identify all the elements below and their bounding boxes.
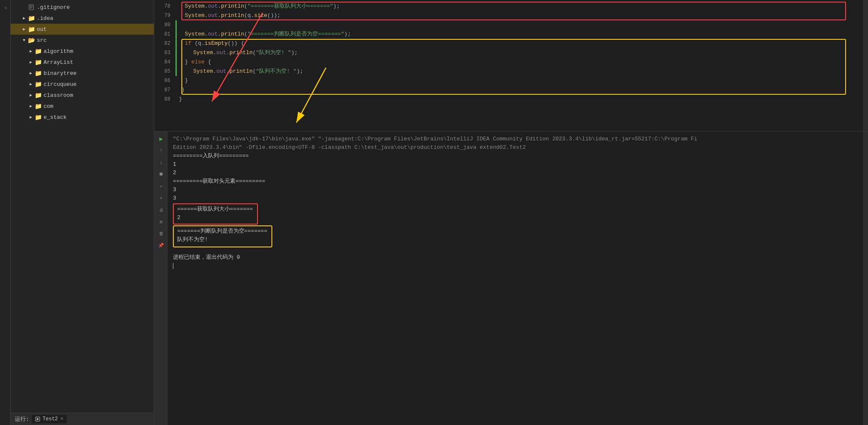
run-output-panel: ▶ ↑ ↓ ■ ↩ ⬇ 🖨 ⊞ 🗑 📌 "C:\Program Files\Ja…: [154, 131, 868, 425]
arrow-binarytree: ▶: [27, 70, 34, 77]
code-line-87: }: [178, 85, 863, 95]
output-size-value: 2: [177, 214, 253, 222]
run-pin-button[interactable]: 📌: [156, 241, 166, 250]
tree-item-arraylist[interactable]: ▶ 📁 ArrayList: [11, 57, 154, 68]
line-78: 78: [154, 2, 170, 11]
output-size-label: ======获取队列大小=======: [177, 205, 253, 214]
red-output-box: ======获取队列大小======= 2: [173, 203, 258, 225]
run-tab-close[interactable]: ×: [60, 416, 63, 422]
tree-item-binarytree[interactable]: ▶ 📁 binarytree: [11, 68, 154, 79]
output-val2: 2: [173, 169, 858, 177]
output-cursor-line: [173, 262, 858, 270]
code-content: System.out.println("=======获取队列大小=======…: [178, 0, 863, 131]
code-line-84: } else {: [178, 58, 863, 67]
output-enqueue: =========入队列=========: [173, 152, 858, 160]
out-label: out: [37, 26, 47, 33]
arrow-circuqueue: ▶: [27, 81, 34, 88]
run-layout-button[interactable]: ⊞: [156, 217, 166, 226]
command-text2: Edition 2023.3.4\bin" -Dfile.encoding=UT…: [173, 143, 526, 152]
line-85: 85: [154, 67, 170, 76]
output-empty-value: 队列不为空!: [177, 236, 267, 244]
run-scroll-down-button[interactable]: ↓: [156, 158, 166, 167]
code-line-80: [178, 20, 863, 30]
cursor: [173, 263, 173, 269]
exit-text: 进程已结束，退出代码为 0: [173, 253, 240, 262]
run-wrap-button[interactable]: ↩: [156, 181, 166, 191]
val3-text: 3: [173, 186, 176, 194]
classroom-label: classroom: [44, 92, 73, 99]
output-val3: 3: [173, 186, 858, 194]
main-content-area: 78 79 80 81 82 83 84 85 86 87 88: [154, 0, 868, 425]
folder-icon-circuqueue: 📁: [34, 80, 42, 88]
output-command-line2: Edition 2023.3.4\bin" -Dfile.encoding=UT…: [173, 143, 858, 152]
arrow-estack: ▶: [27, 114, 34, 121]
arrow-out: ▶: [21, 26, 27, 33]
code-editor: 78 79 80 81 82 83 84 85 86 87 88: [154, 0, 868, 131]
run-trash-button[interactable]: 🗑: [156, 229, 166, 238]
enqueue-text: =========入队列=========: [173, 152, 249, 160]
tree-item-out[interactable]: ▶ 📁 out: [11, 24, 154, 35]
code-line-78: System.out.println("=======获取队列大小=======…: [178, 2, 863, 11]
tree-item-com[interactable]: ▶ 📁 com: [11, 101, 154, 112]
get-head-text: =========获取对头元素=========: [173, 177, 265, 186]
output-scrollbar[interactable]: [863, 132, 868, 425]
folder-icon-com: 📁: [34, 102, 42, 110]
binarytree-label: binarytree: [44, 70, 77, 77]
run-play-button[interactable]: ▶: [156, 134, 166, 143]
line-number-gutter: 78 79 80 81 82 83 84 85 86 87 88: [154, 0, 175, 131]
file-tree-sidebar: .gitignore ▶ 📁 .idea ▶ 📁 out ▼ 📂 src ▶ 📁…: [11, 0, 154, 425]
output-val4: 3: [173, 194, 858, 203]
run-output-text: "C:\Program Files\Java\jdk-17\bin\java.e…: [168, 132, 863, 425]
folder-icon-arraylist: 📁: [34, 58, 42, 66]
tree-item-src[interactable]: ▼ 📂 src: [11, 35, 154, 46]
tree-item-algorithm[interactable]: ▶ 📁 algorithm: [11, 46, 154, 57]
arrow-idea: ▶: [21, 15, 27, 22]
run-print-button[interactable]: 🖨: [156, 205, 166, 214]
code-line-86: }: [178, 76, 863, 85]
tree-item-circuqueue[interactable]: ▶ 📁 circuqueue: [11, 79, 154, 90]
top-tool-1: ≡: [0, 3, 10, 13]
line-84: 84: [154, 58, 170, 67]
tree-item-idea[interactable]: ▶ 📁 .idea: [11, 13, 154, 24]
code-scrollbar[interactable]: [863, 0, 868, 131]
val2-text: 2: [173, 169, 176, 177]
file-tree: .gitignore ▶ 📁 .idea ▶ 📁 out ▼ 📂 src ▶ 📁…: [11, 0, 154, 413]
folder-icon-src: 📂: [27, 36, 35, 44]
output-empty-label: =======判断队列是否为空=======: [177, 227, 267, 236]
arrow-com: ▶: [27, 103, 34, 110]
run-toolbar: ▶ ↑ ↓ ■ ↩ ⬇ 🖨 ⊞ 🗑 📌: [154, 132, 168, 425]
output-exit-line: 进程已结束，退出代码为 0: [173, 253, 858, 262]
folder-icon-out: 📁: [27, 25, 35, 33]
output-get-head: =========获取对头元素=========: [173, 177, 858, 186]
line-88: 88: [154, 95, 170, 104]
idea-label: .idea: [37, 15, 53, 22]
run-panel-label: 运行: Test2 ×: [11, 413, 154, 425]
src-label: src: [37, 37, 47, 44]
val1-text: 1: [173, 160, 176, 169]
tree-item-gitignore[interactable]: .gitignore: [11, 2, 154, 13]
code-line-82: if (q.isEmpty()) {: [178, 39, 863, 48]
command-text: "C:\Program Files\Java\jdk-17\bin\java.e…: [173, 135, 697, 143]
arrow-arraylist: ▶: [27, 59, 34, 66]
line-79: 79: [154, 11, 170, 20]
code-line-88: }: [178, 95, 863, 104]
line-86: 86: [154, 76, 170, 85]
output-yellow-block: =======判断队列是否为空======= 队列不为空!: [173, 225, 858, 247]
line-87: 87: [154, 85, 170, 95]
com-label: com: [44, 103, 53, 110]
run-scroll-up-button[interactable]: ↑: [156, 146, 166, 155]
code-line-85: System.out.println("队列不为空! ");: [178, 67, 863, 76]
folder-icon-estack: 📁: [34, 113, 42, 121]
yellow-output-box: =======判断队列是否为空======= 队列不为空!: [173, 225, 272, 247]
algorithm-label: algorithm: [44, 48, 73, 55]
tree-item-estack[interactable]: ▶ 📁 e_stack: [11, 112, 154, 123]
run-download-button[interactable]: ⬇: [156, 193, 166, 203]
folder-icon-algorithm: 📁: [34, 47, 42, 55]
code-line-81: System.out.println("=======判断队列是否为空=====…: [178, 30, 863, 39]
gitignore-label: .gitignore: [37, 4, 70, 11]
tree-item-classroom[interactable]: ▶ 📁 classroom: [11, 90, 154, 101]
arraylist-label: ArrayList: [44, 59, 73, 66]
estack-label: e_stack: [44, 114, 67, 121]
run-stop-button[interactable]: ■: [156, 170, 166, 179]
line-82: 82: [154, 39, 170, 48]
